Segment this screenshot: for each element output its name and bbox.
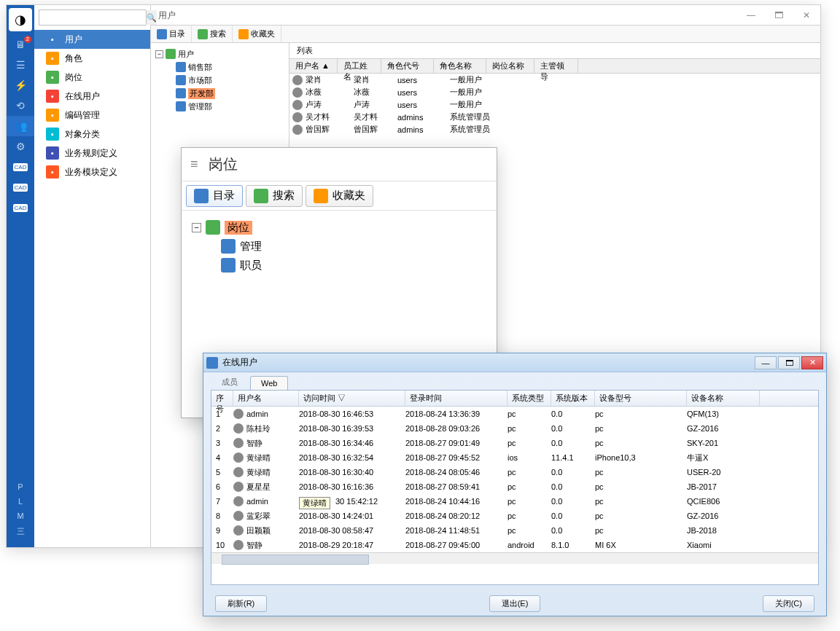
tree-child-3[interactable]: 管理部 [155,100,284,113]
list-col-5[interactable]: 主管领导 [534,59,578,73]
person-icon [292,112,303,122]
online-row[interactable]: 4黄绿晴2018-08-30 16:32:542018-08-27 09:45:… [211,450,818,465]
close-button[interactable]: ✕ [793,5,820,25]
online-tab-web[interactable]: Web [250,376,288,390]
icon-bar-letter-m[interactable]: M [7,509,34,523]
collapse-icon[interactable]: − [155,50,163,58]
star-icon [238,29,249,39]
toolbar-favorites[interactable]: 收藏夹 [233,26,281,42]
tree-child-1[interactable]: 市场部 [155,74,284,87]
online-row[interactable]: 7admin黄绿晴30 15:42:122018-08-24 10:44:16p… [211,494,818,509]
online-col-1[interactable]: 用户名 [233,391,299,406]
group-icon [176,75,186,85]
position-tab-search[interactable]: 搜索 [246,185,303,207]
list-row[interactable]: 吴才料吴才料admins系统管理员 [289,111,820,123]
group-icon [221,239,236,254]
position-tab-favorites[interactable]: 收藏夹 [306,185,373,207]
list-row[interactable]: 冰薇冰薇users一般用户 [289,86,820,98]
online-col-3[interactable]: 登录时间 [405,391,508,406]
icon-bar-item-4[interactable]: ⟲ [7,95,34,116]
online-row[interactable]: 6夏星星2018-08-30 16:16:362018-08-27 08:59:… [211,479,818,494]
app-icon [206,357,218,369]
max-button[interactable]: 🗖 [765,5,793,25]
min-button[interactable]: — [755,356,777,369]
online-tab-members[interactable]: 成员 [211,374,249,390]
list-col-1[interactable]: 员工姓名 [338,59,381,73]
list-tab[interactable]: 列表 [289,43,820,59]
online-row[interactable]: 1admin2018-08-30 16:46:532018-08-24 13:3… [211,407,818,421]
max-button[interactable]: 🗖 [778,356,800,369]
position-tree-child-1[interactable]: 管理 [192,237,486,256]
icon-bar-gear-icon[interactable]: ⚙ [7,136,34,157]
refresh-button[interactable]: 刷新(R) [215,595,267,612]
nav-icon: ▪ [46,52,59,65]
horizontal-scrollbar[interactable] [211,552,818,564]
nav-item-4[interactable]: ▪编码管理 [34,106,150,125]
nav-item-6[interactable]: ▪业务规则定义 [34,144,150,162]
hamburger-icon[interactable]: ≡ [190,157,198,172]
collapse-icon[interactable]: − [192,223,201,232]
person-icon [233,452,244,463]
tree-child-2[interactable]: 开发部 [155,87,284,100]
exit-button[interactable]: 退出(E) [489,595,541,612]
monitor-icon [194,189,209,203]
online-row[interactable]: 2陈桂玲2018-08-30 16:39:532018-08-28 09:03:… [211,421,818,436]
icon-bar-cad1-icon[interactable]: CAD [7,157,34,177]
nav-icon: ▪ [46,109,59,122]
close-button[interactable]: ✕ [801,356,823,369]
icon-bar-cad2-icon[interactable]: CAD [7,177,34,197]
nav-item-0[interactable]: ▪用户 [34,30,150,49]
nav-panel: 🔍 ▪用户▪角色▪岗位▪在线用户▪编码管理▪对象分类▪业务规则定义▪业务模块定义 [34,5,151,547]
nav-icon: ▪ [46,146,59,160]
online-col-0[interactable]: 序号 [211,391,233,406]
list-row[interactable]: 梁肖梁肖users一般用户 [289,74,820,86]
person-icon [292,87,303,98]
icon-bar-letter-menu[interactable]: 三 [7,523,34,540]
list-row[interactable]: 卢涛卢涛users一般用户 [289,98,820,111]
icon-bar-letter-p[interactable]: P [7,479,34,494]
position-tree-child-2[interactable]: 职员 [192,256,486,275]
nav-item-5[interactable]: ▪对象分类 [34,125,150,144]
online-row[interactable]: 10智静2018-08-29 20:18:472018-08-27 09:45:… [211,538,818,552]
position-tree-root[interactable]: −岗位 [192,218,486,237]
online-col-7[interactable]: 设备名称 [687,391,760,406]
toolbar-directory[interactable]: 目录 [151,26,192,42]
online-col-4[interactable]: 系统类型 [508,391,551,406]
list-row[interactable]: 曾国辉曾国辉admins系统管理员 [289,123,820,136]
online-row[interactable]: 5黄绿晴2018-08-30 16:30:402018-08-24 08:05:… [211,465,818,479]
icon-bar-letter-l[interactable]: L [7,494,34,509]
tree-child-0[interactable]: 销售部 [155,60,284,74]
position-tab-directory[interactable]: 目录 [186,185,243,207]
list-col-4[interactable]: 岗位名称 [486,59,534,73]
online-row[interactable]: 8蓝彩翠2018-08-30 14:24:012018-08-24 08:20:… [211,509,818,523]
online-col-2[interactable]: 访问时间 ▽ [299,391,405,406]
icon-bar: ◑ 🖥2 ☰ ⚡ ⟲ 👥 ⚙ CAD CAD CAD P L M 三 [7,5,34,547]
nav-item-2[interactable]: ▪岗位 [34,68,150,87]
min-button[interactable]: — [737,5,765,25]
online-users-window: 在线用户 — 🗖 ✕ 成员 Web 序号用户名访问时间 ▽登录时间系统类型系统版… [203,353,827,616]
icon-bar-cad3-icon[interactable]: CAD [7,197,34,218]
icon-bar-item-2[interactable]: ☰ [7,55,34,75]
nav-item-1[interactable]: ▪角色 [34,49,150,68]
icon-bar-monitor-icon[interactable]: 🖥2 [7,34,34,55]
online-header: 序号用户名访问时间 ▽登录时间系统类型系统版本设备型号设备名称 [211,391,818,407]
toolbar-search[interactable]: 搜索 [192,26,233,42]
online-col-6[interactable]: 设备型号 [595,391,687,406]
icon-bar-users-icon[interactable]: 👥 [7,116,34,136]
nav-item-3[interactable]: ▪在线用户 [34,87,150,106]
tree-root[interactable]: −用户 [155,47,284,60]
online-col-5[interactable]: 系统版本 [551,391,595,406]
person-icon [292,100,303,110]
list-col-2[interactable]: 角色代号 [381,59,434,73]
icon-bar-item-3[interactable]: ⚡ [7,75,34,95]
list-col-0[interactable]: 用户名 ▲ [289,59,338,73]
online-body: 序号用户名访问时间 ▽登录时间系统类型系统版本设备型号设备名称 1admin20… [211,390,819,585]
nav-item-7[interactable]: ▪业务模块定义 [34,162,150,181]
list-header: 用户名 ▲员工姓名角色代号角色名称岗位名称主管领导 [289,59,820,74]
search-input[interactable] [39,10,146,25]
close-button[interactable]: 关闭(C) [763,595,814,612]
list-col-3[interactable]: 角色名称 [434,59,486,73]
online-row[interactable]: 3智静2018-08-30 16:34:462018-08-27 09:01:4… [211,436,818,450]
window-controls: — 🗖 ✕ [737,5,820,25]
online-row[interactable]: 9田颖颖2018-08-30 08:58:472018-08-24 11:48:… [211,523,818,538]
